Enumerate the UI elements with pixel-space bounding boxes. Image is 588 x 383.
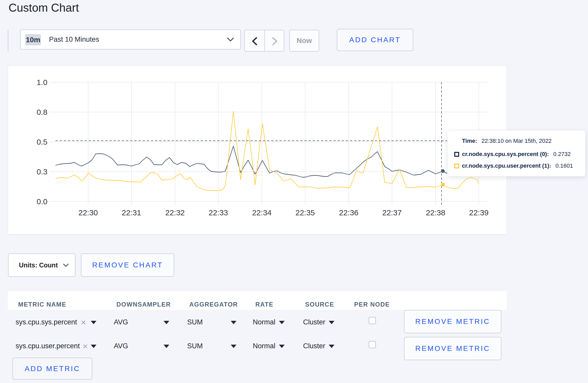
- svg-text:22:32: 22:32: [165, 208, 185, 217]
- svg-text:22:36: 22:36: [339, 208, 358, 217]
- svg-text:0.3: 0.3: [37, 167, 47, 176]
- svg-text:22:37: 22:37: [382, 208, 402, 217]
- svg-text:22:34: 22:34: [252, 208, 271, 217]
- svg-text:22:33: 22:33: [208, 208, 228, 217]
- svg-text:1.0: 1.0: [37, 78, 47, 87]
- svg-text:22:30: 22:30: [78, 208, 98, 217]
- svg-text:22:39: 22:39: [469, 208, 488, 217]
- svg-text:0.5: 0.5: [37, 138, 47, 146]
- svg-text:22:31: 22:31: [122, 208, 141, 217]
- svg-text:22:35: 22:35: [295, 208, 315, 217]
- svg-text:0.8: 0.8: [37, 108, 47, 116]
- svg-text:22:38: 22:38: [426, 208, 445, 217]
- svg-text:0.0: 0.0: [37, 197, 47, 206]
